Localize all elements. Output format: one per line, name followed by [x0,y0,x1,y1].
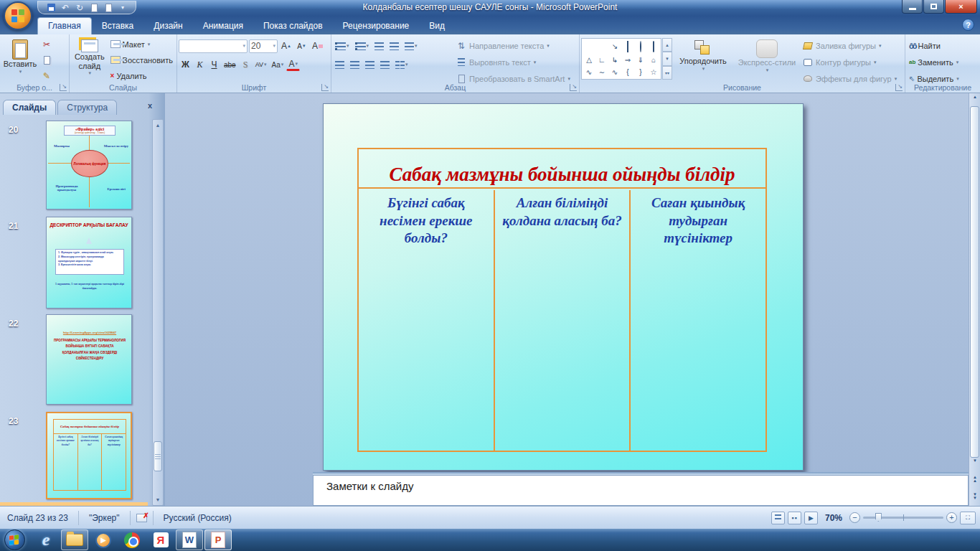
slide-title[interactable]: Сабақ мазмұны бойынша ойыңды білдір [359,149,765,189]
normal-view-button[interactable] [771,512,785,524]
yandex-browser[interactable]: Я [147,529,174,550]
ellipse-shape-icon[interactable] [640,42,641,52]
shape-outline-button[interactable]: Контур фигуры▾ [800,55,899,70]
align-center-button[interactable] [348,57,362,72]
left-brace-shape-icon[interactable]: { [626,69,628,76]
right-arrow-shape-icon[interactable]: ⇒ [625,57,631,64]
rounded-rect-shape-icon[interactable] [653,42,654,52]
shrink-font-button[interactable]: А▼ [295,39,308,53]
line-spacing-button[interactable]: ▾ [402,39,420,53]
slide-thumbnail-20[interactable]: «Фрайер» әдісі (өткенді қайталау - 5 мин… [46,121,132,209]
restore-button[interactable] [923,0,944,14]
grow-font-button[interactable]: А▲ [279,39,293,53]
thumb22-hyperlink[interactable]: http://LearningApps.org/view1629847 [51,331,128,334]
close-button[interactable]: × [945,0,977,14]
slide-table[interactable]: Сабақ мазмұны бойынша ойыңды білдір Бүгі… [357,148,767,452]
slide-column-header-3[interactable]: Саған қиындық тудырған түсініктер [631,190,765,451]
media-player[interactable]: ▶ [90,529,117,550]
drawing-dialog-launcher[interactable]: ↘ [895,84,903,91]
layout-button[interactable]: Макет▾ [108,37,175,52]
text-direction-button[interactable]: ⇅ Направление текста▾ [453,38,573,53]
slides-panel-scrollbar[interactable]: ▲ ▼ [152,119,164,506]
arrange-button[interactable]: Упорядочить ▾ [672,37,734,83]
tab-pokaz-slaydov[interactable]: Показ слайдов [253,18,333,34]
bold-button[interactable]: Ж [179,57,192,72]
tab-retsenzirovanie[interactable]: Рецензирование [333,18,420,34]
scribble-shape-icon[interactable]: ∿ [586,69,592,76]
theme-name[interactable]: "Эркер" [85,513,124,523]
slide-column-header-1[interactable]: Бүгінгі сабақ несімен ерекше болды? [359,190,495,451]
tab-vstavka[interactable]: Вставка [92,18,144,34]
bullets-button[interactable]: ▾ [333,39,352,53]
font-color-button[interactable]: А▾ [286,58,300,71]
tab-outline[interactable]: Структура [57,100,117,115]
minimize-button[interactable] [902,0,923,14]
tab-animatsiya[interactable]: Анимация [193,18,253,34]
slide-sorter-view-button[interactable]: ▪▪ [788,512,801,524]
slide-area-scrollbar[interactable]: ▲ ▼ ▲▲ ▼▼ [969,93,980,506]
chrome[interactable] [118,529,146,550]
scroll-down-icon[interactable]: ▼ [153,494,163,505]
font-dialog-launcher[interactable]: ↘ [321,84,329,91]
triangle-shape-icon[interactable]: △ [586,57,592,64]
scroll-down-icon[interactable]: ▼ [970,458,980,468]
font-size-combo[interactable]: 20▾ [249,39,278,53]
increase-indent-button[interactable] [387,39,401,53]
align-text-button[interactable]: Выровнять текст▾ [453,55,573,70]
language-indicator[interactable]: Русский (Россия) [159,513,236,523]
format-painter-button[interactable]: ✎ [39,68,55,83]
character-spacing-button[interactable]: AV▾ [253,57,269,72]
slide-thumbnail-23[interactable]: Сабақ мазмұны бойынша ойыңды білдір Бүгі… [46,412,132,499]
columns-button[interactable]: ▾ [393,57,410,72]
panel-close-icon[interactable]: x [148,101,152,110]
cut-button[interactable]: ✂ [39,37,55,52]
spellcheck-icon[interactable]: ✗ [136,514,147,522]
notes-pane[interactable]: Заметки к слайду [313,475,969,506]
star-shape-icon[interactable]: ☆ [651,69,657,76]
replace-button[interactable]: ab Заменить▾ [907,55,979,70]
redo-icon[interactable]: ↻ [74,2,85,13]
tab-slides[interactable]: Слайды [3,100,56,115]
word[interactable]: W [176,529,203,550]
reset-slide-button[interactable]: Восстановить [108,52,175,67]
tab-glavnaya[interactable]: Главная [37,17,92,34]
shapes-more-icon[interactable]: ▾▾ [662,66,672,80]
slide-thumbnail-22[interactable]: http://LearningApps.org/view1629847 ПРОГ… [46,314,132,405]
scrollbar-thumb[interactable] [154,441,162,471]
rectangle-shape-icon[interactable] [627,42,628,52]
curve-shape-icon[interactable]: ∼ [599,69,605,76]
shapes-scroll-up-icon[interactable]: ▲ [662,38,672,52]
numbering-button[interactable]: ▾ [353,39,372,53]
slide-column-header-2[interactable]: Алған біліміңді қолдана аласың ба? [495,190,631,451]
new-slide-button[interactable]: Создать слайд ▾ [71,37,108,83]
clipboard-dialog-launcher[interactable]: ↘ [60,84,67,91]
shapes-gallery-scroll[interactable]: ▲ ▼ ▾▾ [662,38,672,80]
elbow-arrow-icon[interactable]: ↳ [612,57,618,64]
undo-icon[interactable]: ↶ [60,2,71,13]
new-document-icon[interactable] [103,2,114,13]
zoom-slider[interactable] [863,517,943,519]
internet-explorer[interactable]: e [32,529,60,550]
align-right-button[interactable] [363,57,377,72]
freeform-shape-icon[interactable]: ∿ [612,69,618,76]
underline-button[interactable]: Ч [207,57,221,72]
font-name-combo[interactable]: ▾ [179,39,248,53]
next-slide-icon[interactable]: ▼▼ [970,493,980,503]
text-shadow-button[interactable]: S [239,57,253,72]
tab-vid[interactable]: Вид [419,18,455,34]
slide-thumbnail-21[interactable]: ДЕСКРИПТОР АРҚЫЛЫ БАҒАЛАУ 1. Функция түр… [46,217,132,309]
start-button[interactable] [4,529,25,550]
shape-fill-button[interactable]: Заливка фигуры▾ [800,38,899,53]
find-button[interactable]: ôô Найти [907,38,979,53]
powerpoint[interactable]: P [204,529,232,550]
clear-formatting-button[interactable]: А [310,39,325,53]
zoom-slider-thumb[interactable] [875,513,882,522]
fit-to-window-button[interactable]: ⛶ [960,512,976,524]
windows-explorer[interactable] [61,529,88,550]
help-icon[interactable]: ? [962,19,974,31]
paste-button[interactable]: Вставить ▾ [1,37,39,83]
previous-slide-icon[interactable]: ▲▲ [970,476,980,486]
elbow-connector-icon[interactable]: ∟ [598,57,606,64]
zoom-out-icon[interactable]: − [849,512,860,523]
justify-button[interactable] [378,57,392,72]
